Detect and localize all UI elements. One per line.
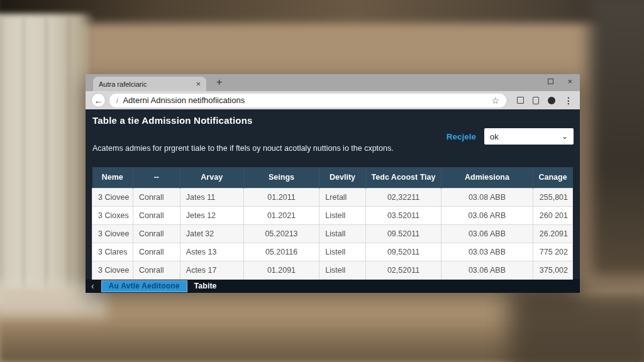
table-cell: 3 Ciovee xyxy=(92,224,133,243)
table-cell: Jetes 12 xyxy=(180,206,243,224)
filter-control: Recjele ok ⌄ xyxy=(447,128,574,145)
table-cell: 02,52011 xyxy=(365,261,441,279)
new-tab-icon[interactable]: + xyxy=(216,77,222,89)
table-cell: 3 Cioxes xyxy=(92,206,133,224)
browser-tab[interactable]: Autra rafelciaric × xyxy=(93,77,206,91)
table-row[interactable]: 3 CioxesConrallJetes 1201.2021Listell03.… xyxy=(92,206,573,224)
table-cell: Conrall xyxy=(133,261,180,279)
footer-tab-label[interactable]: Tabite xyxy=(194,282,217,290)
column-header[interactable]: Devlity xyxy=(319,167,365,188)
table-cell: 260 201 xyxy=(533,206,572,224)
table-cell: Astes 13 xyxy=(180,243,243,261)
table-cell: Conrall xyxy=(133,188,180,206)
toolbar-icons: ⋮ xyxy=(517,96,573,106)
table-row[interactable]: 3 CioveeConrallActes 1701.2091Listell02,… xyxy=(92,261,573,279)
back-arrow-icon: ← xyxy=(94,96,103,106)
table-cell: 01.2091 xyxy=(243,261,319,279)
tab-title: Autra rafelciaric xyxy=(99,80,192,88)
table-cell: Conrall xyxy=(133,224,180,243)
table-cell: 05.20213 xyxy=(243,224,319,243)
menu-icon[interactable]: ⋮ xyxy=(564,96,573,106)
bookmark-star-icon[interactable]: ☆ xyxy=(491,96,499,106)
table-cell: 03.52011 xyxy=(365,206,441,224)
back-button[interactable]: ← xyxy=(91,93,106,107)
column-header[interactable]: Seings xyxy=(243,167,319,188)
background-dark-object xyxy=(589,0,644,278)
admissions-table: Neme--ArvaySeingsDevlityTedc Acoost Tiay… xyxy=(92,167,573,280)
page-content: Table a tie Admission Notifications Recj… xyxy=(86,109,580,279)
column-header[interactable]: Neme xyxy=(92,167,133,188)
chevron-down-icon: ⌄ xyxy=(562,133,568,140)
table-cell: 03.06 ABB xyxy=(441,224,533,243)
address-bar[interactable]: i Adterni Adnission netifhofiications ☆ xyxy=(109,94,506,107)
footer-bar: ‹ Au Avtle Aeditoone Tabite xyxy=(86,279,580,293)
window-close-icon[interactable]: × xyxy=(567,77,572,85)
tab-close-icon[interactable]: × xyxy=(196,80,201,88)
table-cell: Conrall xyxy=(133,206,180,224)
site-info-icon[interactable]: i xyxy=(116,97,118,104)
table-cell: 09,52011 xyxy=(365,243,441,261)
background-panel-lines xyxy=(0,18,94,297)
column-header[interactable]: Arvay xyxy=(180,167,243,188)
table-cell: Jates 11 xyxy=(180,188,243,206)
table-cell: 02,32211 xyxy=(365,188,441,206)
chevron-left-icon[interactable]: ‹ xyxy=(91,282,94,290)
column-header[interactable]: Admiesiona xyxy=(441,167,533,188)
table-cell: 03.08 ABB xyxy=(441,188,533,206)
device-icon[interactable] xyxy=(533,97,539,104)
table-cell: 01.2021 xyxy=(243,206,319,224)
table-cell: Listall xyxy=(319,224,365,243)
browser-toolbar: ← i Adterni Adnission netifhofiications … xyxy=(86,91,580,109)
profile-icon[interactable] xyxy=(548,97,555,104)
table-cell: 01.2011 xyxy=(243,188,319,206)
table-cell: 03.06 ARB xyxy=(441,206,533,224)
recjele-select[interactable]: ok ⌄ xyxy=(484,128,574,145)
background-ceiling-shadow xyxy=(0,0,644,23)
column-header[interactable]: Canage xyxy=(533,167,572,188)
tab-switcher-icon[interactable] xyxy=(517,97,524,104)
table-cell: 3 Ciovee xyxy=(92,261,133,279)
column-header[interactable]: -- xyxy=(133,167,180,188)
page-description: Acatems admies for prgrent tiale to the … xyxy=(92,144,394,153)
table-cell: 255,801 xyxy=(533,188,572,206)
footer-tab-button[interactable]: Au Avtle Aeditoone xyxy=(101,280,187,292)
background-table-shadow xyxy=(509,290,644,362)
table-cell: Lretall xyxy=(319,188,365,206)
table-cell: 775 202 xyxy=(533,243,572,261)
table-cell: Actes 17 xyxy=(180,261,243,279)
table-cell: 375,002 xyxy=(533,261,572,279)
window-controls: × xyxy=(548,77,572,85)
column-header[interactable]: Tedc Acoost Tiay xyxy=(365,167,441,188)
table-cell: 03.03 ABB xyxy=(441,243,533,261)
table-cell: Listell xyxy=(319,261,365,279)
table-cell: 3 Ciovee xyxy=(92,188,133,206)
select-value: ok xyxy=(490,132,499,141)
url-text: Adterni Adnission netifhofiications xyxy=(123,96,486,105)
maximize-icon[interactable] xyxy=(548,79,553,84)
tab-strip: Autra rafelciaric × + × xyxy=(86,74,580,91)
filter-label: Recjele xyxy=(447,132,476,141)
page-title: Table a tie Admission Notifications xyxy=(92,115,253,126)
table-row[interactable]: 3 CioveeConrallJatet 3205.20213Listall09… xyxy=(92,224,573,243)
table-cell: 05.20116 xyxy=(243,243,319,261)
table-cell: 3 Clares xyxy=(92,243,133,261)
table-cell: 09.52011 xyxy=(365,224,441,243)
table-cell: Listell xyxy=(319,243,365,261)
table-cell: Conrall xyxy=(133,243,180,261)
table-cell: Listell xyxy=(319,206,365,224)
table-cell: 26.2091 xyxy=(533,224,572,243)
table-cell: 03.06 ABB xyxy=(441,261,533,279)
browser-window: Autra rafelciaric × + × ← i Adterni Adni… xyxy=(86,74,580,293)
table-header-row: Neme--ArvaySeingsDevlityTedc Acoost Tiay… xyxy=(92,167,573,188)
table-row[interactable]: 3 CioveeConrallJates 1101.2011Lretall02,… xyxy=(92,188,573,206)
table-cell: Jatet 32 xyxy=(180,224,243,243)
table-row[interactable]: 3 ClaresConrallAstes 1305.20116Listell09… xyxy=(92,243,573,261)
